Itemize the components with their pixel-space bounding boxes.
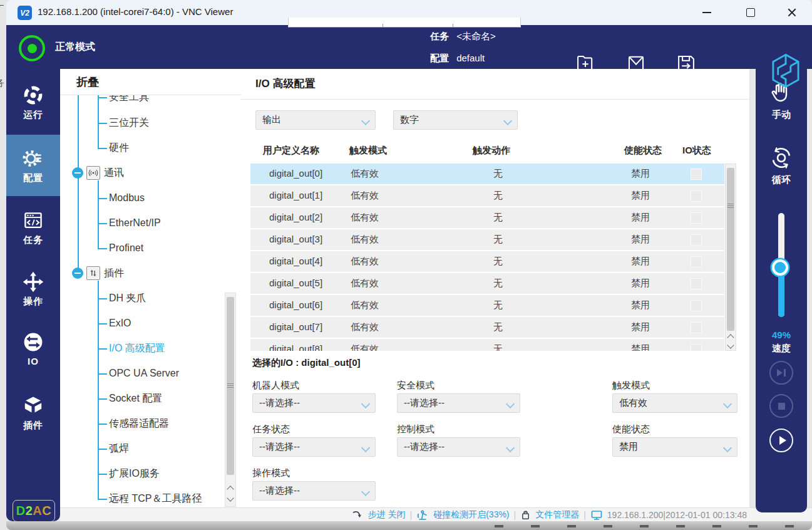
sidebar-item-label: 操作 [23,296,43,308]
open-button[interactable]: 打开 [616,53,656,91]
config-label: 配置 [430,53,449,63]
stop-button[interactable] [769,394,793,418]
io-state-checkbox[interactable] [691,234,702,246]
col-header-enable-state: 使能状态 [624,145,662,157]
sidebar-item-config[interactable]: 配置 [6,135,60,196]
tree-node-communication[interactable]: 通讯 [60,160,223,185]
step-forward-button[interactable] [769,361,793,385]
io-state-checkbox[interactable] [691,212,702,224]
table-scroll-down-button[interactable] [726,341,736,351]
safety-mode-select[interactable]: --请选择-- [397,393,520,413]
sidebar-item-task[interactable]: 任务 [6,199,60,256]
tree-item-exio[interactable]: ExIO [60,311,223,336]
vnc-toolbar-notch[interactable] [288,18,521,28]
collapse-all-button[interactable]: 折叠 [60,69,241,95]
cycle-label: 循环 [772,174,791,186]
collapse-minus-icon[interactable] [72,167,83,179]
tree-scrollbar[interactable] [225,293,236,507]
io-state-checkbox[interactable] [691,256,702,268]
tree-item-arc-welding[interactable]: 弧焊 [60,436,223,461]
control-mode-select[interactable]: --请选择-- [397,437,520,457]
table-row[interactable]: digital_out[2]低有效无禁用 [250,207,724,228]
table-row[interactable]: digital_out[1]低有效无禁用 [250,185,724,206]
close-button[interactable] [778,0,806,25]
table-row[interactable]: digital_out[3]低有效无禁用 [250,229,724,250]
signal-type-select[interactable]: 数字 [393,110,518,130]
tree-item-ethernet-ip[interactable]: EtherNet/IP [60,210,223,236]
config-tree: 安全工具 三位开关 硬件 通讯 Modbus EtherNet/IP Profi… [60,95,241,507]
scrollbar-grip-icon [227,383,234,388]
tree-item-three-position-switch[interactable]: 三位开关 [60,110,223,135]
tree-item-sensor-adapter[interactable]: 传感器适配器 [60,411,223,436]
d2ac-badge[interactable]: D2AC [13,500,55,522]
sidebar-item-operate[interactable]: 操作 [6,261,60,317]
table-scrollbar[interactable] [725,164,736,351]
swap-arrows-icon [86,266,100,280]
tree-node-plugin[interactable]: 插件 [60,261,223,286]
enable-state-select[interactable]: 禁用 [612,437,737,457]
maximize-button[interactable] [736,0,765,25]
vnc-app-icon: V2 [18,6,32,20]
tree-item-remote-tcp-tool-path[interactable]: 远程 TCP＆工具路径 [60,486,223,507]
sidebar-item-plugin[interactable]: 插件 [6,385,60,441]
app-header: 正常模式 任务 <未命名> 配置 default 新建 打开 [6,25,812,69]
trigger-mode-select[interactable]: 低有效 [612,393,737,413]
save-icon [676,53,697,74]
table-row[interactable]: digital_out[4]低有效无禁用 [250,251,724,272]
operation-mode-select[interactable]: --请选择-- [252,481,376,501]
minimize-button[interactable] [692,0,721,25]
tree-item-opc-ua-server[interactable]: OPC UA Server [60,361,223,386]
table-row[interactable]: digital_out[0]低有效无禁用 [250,164,724,184]
robot-mode-select[interactable]: --请选择-- [252,393,376,413]
tree-item-profinet[interactable]: Profinet [60,236,223,261]
file-manager-link[interactable]: 文件管理器 [535,509,579,521]
sidebar-item-io[interactable]: IO [6,320,60,377]
tree-scroll-up-button[interactable] [225,482,235,494]
minimize-icon [702,12,711,13]
tree-item-dh-gripper[interactable]: DH 夹爪 [60,286,223,311]
background-taskbar-fragments [495,525,804,527]
speed-slider-thumb[interactable] [772,259,788,276]
table-scroll-up-button[interactable] [726,331,736,341]
io-state-checkbox[interactable] [691,300,702,311]
new-button-label: 新建 [577,75,594,86]
stop-icon [778,403,785,410]
task-row: 任务 <未命名> [430,31,496,43]
tree-item-io-advanced-config[interactable]: I/O 高级配置 [60,336,223,361]
collision-status[interactable]: 碰撞检测开启(33%) [433,509,509,521]
open-file-icon [625,53,647,74]
table-row[interactable]: digital_out[5]低有效无禁用 [250,273,724,294]
play-button[interactable] [769,429,793,452]
save-button[interactable]: 保存 [666,53,706,91]
tree-item-safety-tool[interactable]: 安全工具 [60,95,223,110]
table-row[interactable]: digital_out[6]低有效无禁用 [250,295,724,316]
tree-item-socket-config[interactable]: Socket 配置 [60,386,223,411]
tree-item-hardware[interactable]: 硬件 [60,135,223,160]
tree-item-modbus[interactable]: Modbus [60,185,223,210]
tree-scroll-down-button[interactable] [225,494,235,505]
separator: | [514,510,516,520]
collision-detect-icon [416,509,429,521]
io-state-checkbox[interactable] [691,344,702,351]
move-arrows-icon [22,271,44,293]
table-scrollbar-thumb[interactable] [727,168,734,331]
io-state-checkbox[interactable] [691,322,702,333]
new-button[interactable]: 新建 [565,53,605,91]
collapse-minus-icon[interactable] [72,268,83,279]
table-row[interactable]: digital_out[8]低有效无禁用 [250,339,724,351]
tree-item-extended-io-service[interactable]: 扩展IO服务 [60,461,223,486]
brand-logo-icon [769,53,803,89]
step-status[interactable]: 步进 关闭 [368,509,406,521]
task-state-select[interactable]: --请选择-- [252,437,376,457]
io-state-checkbox[interactable] [691,278,702,289]
io-direction-select[interactable]: 输出 [255,110,376,130]
cycle-mode-button[interactable]: 循环 [756,145,807,186]
sidebar-item-run[interactable]: 运行 [6,74,60,130]
table-row[interactable]: digital_out[7]低有效无禁用 [250,317,724,338]
separator: | [410,510,413,520]
io-state-checkbox[interactable] [691,169,702,180]
io-state-checkbox[interactable] [691,190,702,202]
safety-mode-label: 安全模式 [397,380,434,392]
ip-and-datetime: 192.168.1.200|2012-01-01 00:13:48 [607,510,747,520]
separator: | [583,510,586,520]
